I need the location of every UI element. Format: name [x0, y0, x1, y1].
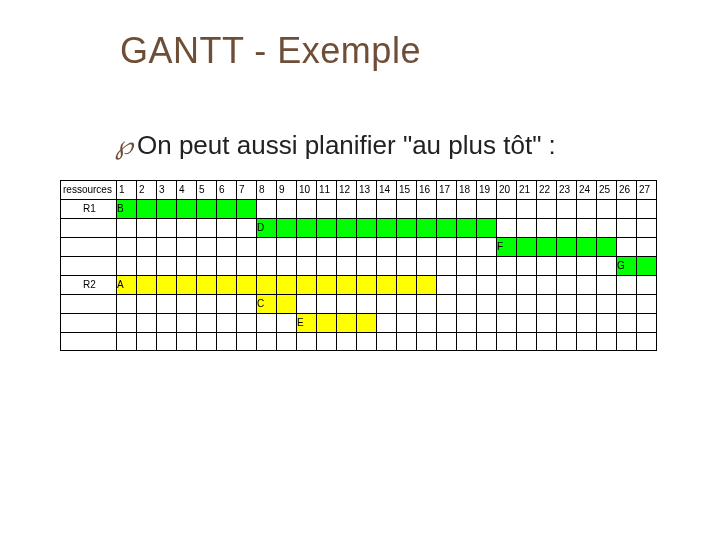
- empty-cell: [537, 276, 557, 295]
- empty-cell: [157, 314, 177, 333]
- bar-cell: [317, 276, 337, 295]
- empty-cell: [197, 314, 217, 333]
- bar-cell: [237, 200, 257, 219]
- empty-cell: [457, 276, 477, 295]
- empty-cell: [337, 200, 357, 219]
- empty-cell: [217, 333, 237, 351]
- empty-cell: [517, 314, 537, 333]
- empty-cell: [417, 333, 437, 351]
- bar-cell: E: [297, 314, 317, 333]
- empty-cell: [477, 200, 497, 219]
- time-column-header: 18: [457, 181, 477, 200]
- empty-cell: [637, 200, 657, 219]
- bar-cell: [577, 238, 597, 257]
- empty-cell: [417, 200, 437, 219]
- empty-cell: [637, 295, 657, 314]
- empty-cell: [637, 276, 657, 295]
- empty-cell: [197, 238, 217, 257]
- empty-cell: [157, 219, 177, 238]
- time-column-header: 10: [297, 181, 317, 200]
- time-column-header: 2: [137, 181, 157, 200]
- empty-cell: [137, 314, 157, 333]
- empty-cell: [597, 314, 617, 333]
- empty-cell: [577, 276, 597, 295]
- empty-cell: [117, 238, 137, 257]
- resource-label-empty: [61, 295, 117, 314]
- empty-cell: [497, 276, 517, 295]
- empty-cell: [297, 257, 317, 276]
- empty-cell: [397, 257, 417, 276]
- bar-cell: [177, 200, 197, 219]
- empty-cell: [197, 219, 217, 238]
- bar-cell: [157, 200, 177, 219]
- empty-cell: [397, 295, 417, 314]
- empty-cell: [377, 333, 397, 351]
- empty-cell: [557, 333, 577, 351]
- time-column-header: 11: [317, 181, 337, 200]
- slide: GANTT - Exemple ℘On peut aussi planifier…: [0, 0, 720, 540]
- time-column-header: 19: [477, 181, 497, 200]
- empty-cell: [177, 295, 197, 314]
- empty-cell: [117, 295, 137, 314]
- slide-title: GANTT - Exemple: [120, 30, 421, 72]
- empty-cell: [217, 257, 237, 276]
- empty-cell: [557, 276, 577, 295]
- empty-cell: [457, 257, 477, 276]
- bar-cell: [357, 276, 377, 295]
- time-column-header: 4: [177, 181, 197, 200]
- time-column-header: 5: [197, 181, 217, 200]
- bar-cell: [357, 314, 377, 333]
- empty-cell: [577, 314, 597, 333]
- empty-cell: [177, 257, 197, 276]
- empty-cell: [537, 314, 557, 333]
- bar-cell: C: [257, 295, 277, 314]
- bar-cell: B: [117, 200, 137, 219]
- time-column-header: 23: [557, 181, 577, 200]
- empty-cell: [137, 219, 157, 238]
- empty-cell: [317, 257, 337, 276]
- time-column-header: 26: [617, 181, 637, 200]
- bar-cell: [317, 314, 337, 333]
- bar-cell: [257, 276, 277, 295]
- empty-cell: [317, 295, 337, 314]
- empty-cell: [617, 276, 637, 295]
- empty-cell: [397, 333, 417, 351]
- time-column-header: 21: [517, 181, 537, 200]
- empty-cell: [257, 314, 277, 333]
- empty-cell: [117, 219, 137, 238]
- empty-cell: [337, 333, 357, 351]
- empty-cell: [237, 219, 257, 238]
- empty-cell: [457, 314, 477, 333]
- empty-cell: [137, 333, 157, 351]
- time-column-header: 1: [117, 181, 137, 200]
- resource-label-empty: [61, 238, 117, 257]
- empty-cell: [317, 238, 337, 257]
- empty-cell: [617, 314, 637, 333]
- time-column-header: 20: [497, 181, 517, 200]
- empty-cell: [217, 314, 237, 333]
- empty-cell: [477, 276, 497, 295]
- empty-cell: [117, 333, 137, 351]
- resource-label-empty: [61, 257, 117, 276]
- empty-cell: [517, 219, 537, 238]
- bar-cell: [337, 314, 357, 333]
- bar-cell: [397, 219, 417, 238]
- bar-cell: [437, 219, 457, 238]
- resource-label-empty: [61, 333, 117, 351]
- empty-cell: [437, 314, 457, 333]
- empty-cell: [577, 295, 597, 314]
- bar-cell: [137, 276, 157, 295]
- bullet-icon: ℘: [115, 131, 133, 160]
- gantt-grid: ressources123456789101112131415161718192…: [60, 180, 657, 351]
- bar-cell: [537, 238, 557, 257]
- empty-cell: [157, 257, 177, 276]
- time-column-header: 27: [637, 181, 657, 200]
- resource-label-empty: [61, 314, 117, 333]
- time-column-header: 9: [277, 181, 297, 200]
- empty-cell: [537, 257, 557, 276]
- bar-cell: [197, 200, 217, 219]
- bar-cell: [557, 238, 577, 257]
- empty-cell: [417, 238, 437, 257]
- bar-cell: [297, 219, 317, 238]
- empty-cell: [497, 219, 517, 238]
